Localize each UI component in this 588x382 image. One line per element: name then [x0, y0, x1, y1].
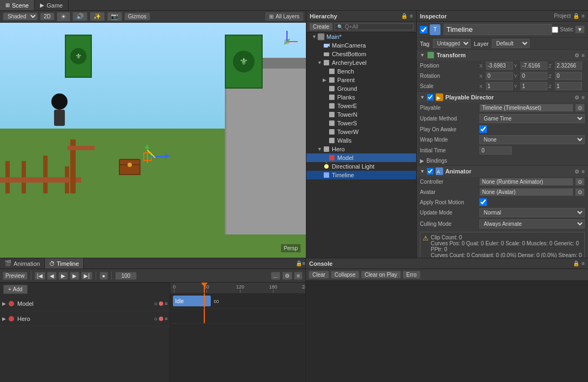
- hierarchy-item-model[interactable]: ▶ Model: [306, 153, 416, 162]
- pd-play-on-awake-checkbox[interactable]: [479, 125, 487, 133]
- gizmos-button[interactable]: Gizmos: [124, 12, 150, 21]
- model-track-dot[interactable]: [159, 301, 163, 306]
- playable-director-enabled[interactable]: [427, 94, 433, 100]
- record-btn[interactable]: ●: [99, 272, 108, 280]
- tab-scene[interactable]: ⊞ Scene: [0, 0, 35, 10]
- shaded-select[interactable]: Shaded: [3, 12, 38, 21]
- hierarchy-search[interactable]: 🔍 Q+All: [335, 23, 413, 30]
- hierarchy-lock-btn[interactable]: 🔒: [401, 13, 407, 19]
- go-start-btn[interactable]: |◀: [35, 272, 46, 280]
- hero-track-expand[interactable]: ▶: [2, 316, 6, 321]
- inspector-lock-btn[interactable]: 🔒: [573, 13, 579, 19]
- gizmo-widget[interactable]: [271, 25, 303, 58]
- idle-clip[interactable]: Idle: [173, 296, 211, 306]
- next-frame-btn[interactable]: ▶: [70, 272, 79, 280]
- animator-arm-checkbox[interactable]: [479, 198, 487, 206]
- fx-button[interactable]: ✨: [90, 12, 105, 21]
- hierarchy-item-towere[interactable]: ▶ TowerE: [306, 102, 416, 110]
- transform-settings-btn[interactable]: ⚙: [574, 52, 579, 58]
- tab-game[interactable]: ▶ Game: [35, 0, 69, 10]
- frame-counter[interactable]: 100: [115, 272, 137, 280]
- model-track-menu[interactable]: ≡: [165, 301, 168, 306]
- hierarchy-item-planks[interactable]: ▶ Planks: [306, 93, 416, 102]
- hierarchy-item-main[interactable]: ▼ Main*: [306, 32, 416, 41]
- transform-header[interactable]: ▼ Transform ⚙ ≡: [417, 50, 588, 61]
- animator-header[interactable]: ▼ A Animator ⚙ ≡: [417, 166, 588, 177]
- console-lock-btn[interactable]: 🔒: [573, 260, 579, 266]
- play-btn[interactable]: ▶: [58, 272, 68, 280]
- hierarchy-item-maincamera[interactable]: ▶ MainCamera: [306, 41, 416, 50]
- pd-update-method-select[interactable]: Game Time: [479, 114, 585, 123]
- scale-y-input[interactable]: 1: [520, 82, 547, 90]
- pos-z-input[interactable]: 2.32266: [555, 62, 582, 70]
- hero-track-dot[interactable]: [159, 317, 163, 321]
- pd-playable-select-btn[interactable]: ⊙: [575, 104, 585, 112]
- hierarchy-item-parent[interactable]: ▶ Parent: [306, 76, 416, 84]
- animator-enabled[interactable]: [427, 168, 433, 175]
- obj-name-input[interactable]: [444, 24, 552, 35]
- console-collapse-btn[interactable]: Collapse: [331, 271, 359, 279]
- animator-culling-mode-select[interactable]: Always Animate: [479, 219, 585, 229]
- hierarchy-item-ground[interactable]: ▶ Ground: [306, 84, 416, 93]
- console-error-btn[interactable]: Erro: [403, 271, 420, 279]
- static-dropdown-btn[interactable]: ▼: [575, 25, 585, 33]
- hierarchy-content[interactable]: ▼ Main* ▶ MainCamera ▶ ChestBottom: [306, 32, 416, 258]
- animator-avatar-ref[interactable]: None (Avatar): [479, 188, 573, 196]
- transform-menu-btn[interactable]: ≡: [582, 52, 585, 58]
- rot-y-input[interactable]: 0: [520, 72, 547, 80]
- pos-y-input[interactable]: -7.6166: [520, 62, 547, 70]
- console-clear-btn[interactable]: Clear: [309, 271, 329, 279]
- camera-button[interactable]: 📷: [107, 12, 122, 21]
- hierarchy-item-dirlight[interactable]: ▶ Directional Light: [306, 162, 416, 171]
- pos-x-input[interactable]: -3.6983: [486, 62, 513, 70]
- animator-avatar-select-btn[interactable]: ⊙: [575, 188, 585, 196]
- audio-button[interactable]: 🔊: [72, 12, 88, 21]
- console-menu-btn[interactable]: ≡: [582, 260, 585, 266]
- pd-wrap-mode-select[interactable]: None: [479, 135, 585, 144]
- rot-x-input[interactable]: 0: [486, 72, 513, 80]
- layers-control[interactable]: ⊞ All Layers: [265, 12, 303, 21]
- tag-select[interactable]: Untagged: [433, 39, 471, 48]
- timeline-menu-btn[interactable]: ≡: [302, 258, 305, 269]
- hierarchy-menu-btn[interactable]: ≡: [410, 13, 413, 19]
- hierarchy-item-towern[interactable]: ▶ TowerN: [306, 110, 416, 119]
- obj-enabled-checkbox[interactable]: [420, 26, 427, 33]
- tl-zoom-out-btn[interactable]: ...: [271, 272, 280, 280]
- pd-settings-btn[interactable]: ⚙: [574, 95, 579, 100]
- layer-select[interactable]: Default: [492, 39, 530, 48]
- timeline-area[interactable]: 0 60 120 18: [170, 283, 305, 382]
- playable-director-header[interactable]: ▼ ▶ Playable Director ⚙ ≡: [417, 92, 588, 103]
- project-tab-btn[interactable]: Project: [554, 13, 571, 19]
- track-model[interactable]: ▶ Model o ≡: [0, 296, 170, 311]
- animator-update-mode-select[interactable]: Normal: [479, 208, 585, 217]
- tab-animation[interactable]: 🎬 Animation: [0, 258, 45, 269]
- animator-controller-ref[interactable]: None (Runtime Animator): [479, 178, 573, 186]
- inspector-menu-btn[interactable]: ≡: [582, 13, 585, 19]
- hierarchy-item-towers[interactable]: ▶ TowerS: [306, 119, 416, 128]
- hierarchy-item-timeline[interactable]: ▶ Timeline: [306, 171, 416, 179]
- hierarchy-item-towerw[interactable]: ▶ TowerW: [306, 128, 416, 136]
- hierarchy-item-archerylevel[interactable]: ▼ ArcheryLevel: [306, 58, 416, 67]
- animator-menu-btn[interactable]: ≡: [582, 169, 585, 175]
- console-clear-on-play-btn[interactable]: Clear on Play: [361, 271, 401, 279]
- scale-z-input[interactable]: 1: [555, 82, 582, 90]
- mode-2d-button[interactable]: 2D: [40, 12, 55, 21]
- hero-track-menu[interactable]: ≡: [165, 316, 168, 321]
- hierarchy-item-hero[interactable]: ▼ Hero: [306, 145, 416, 153]
- add-track-btn[interactable]: + Add: [3, 285, 28, 294]
- tl-settings-btn[interactable]: ⚙: [282, 272, 292, 280]
- preview-btn[interactable]: Preview: [3, 272, 28, 280]
- hierarchy-item-chestbottom[interactable]: ▶ ChestBottom: [306, 50, 416, 58]
- tab-timeline[interactable]: ⏱ Timeline: [45, 258, 84, 269]
- scale-x-input[interactable]: 1: [486, 82, 513, 90]
- tl-overflow-btn[interactable]: ≡: [294, 272, 303, 280]
- pd-menu-btn[interactable]: ≡: [582, 95, 585, 100]
- timeline-lock-btn[interactable]: 🔒: [296, 258, 302, 269]
- scene-viewport[interactable]: ⚜ ⚜: [0, 23, 306, 258]
- animator-controller-select-btn[interactable]: ⊙: [575, 178, 585, 186]
- hierarchy-item-bench[interactable]: ▶ Bench: [306, 67, 416, 76]
- rot-z-input[interactable]: 0: [555, 72, 582, 80]
- animator-settings-btn[interactable]: ⚙: [574, 169, 579, 175]
- pd-initial-time-input[interactable]: 0: [479, 146, 512, 155]
- go-end-btn[interactable]: ▶|: [81, 272, 92, 280]
